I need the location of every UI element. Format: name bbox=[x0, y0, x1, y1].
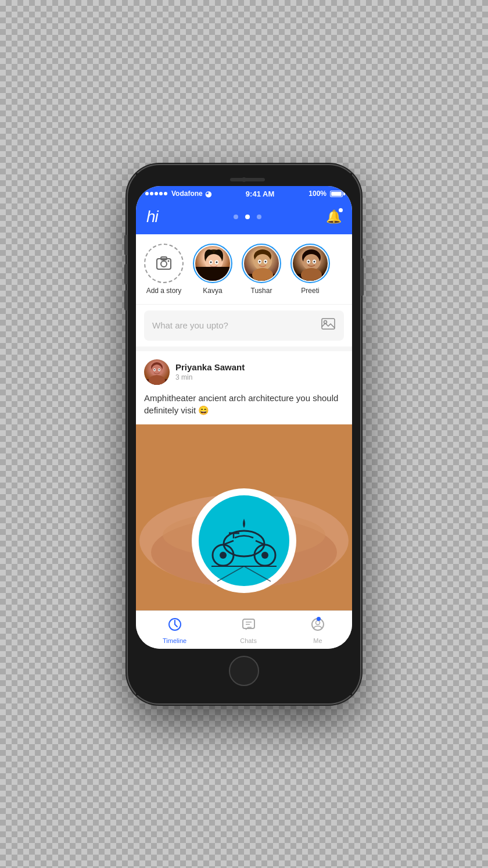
story-avatar-preeti[interactable] bbox=[290, 244, 330, 283]
chats-icon bbox=[241, 617, 256, 635]
image-icon-svg bbox=[321, 316, 336, 331]
signal-dot-5 bbox=[164, 192, 167, 195]
svg-point-68 bbox=[315, 620, 320, 624]
camera-dot bbox=[242, 177, 246, 182]
add-story-label: Add a story bbox=[146, 287, 182, 295]
svg-point-29 bbox=[308, 260, 310, 262]
svg-rect-13 bbox=[195, 274, 230, 281]
svg-point-11 bbox=[210, 261, 212, 263]
signal-dot-3 bbox=[155, 192, 158, 195]
signal-dot-1 bbox=[145, 192, 149, 195]
chats-icon-svg bbox=[241, 617, 256, 632]
svg-point-3 bbox=[168, 260, 170, 262]
stories-section: Add a story bbox=[136, 234, 352, 305]
home-button[interactable] bbox=[229, 656, 259, 686]
svg-point-30 bbox=[314, 260, 315, 262]
story-label-tushar: Tushar bbox=[251, 287, 272, 295]
carrier-name: Vodafone bbox=[171, 190, 203, 198]
tushar-face-svg bbox=[244, 246, 279, 281]
svg-point-21 bbox=[265, 260, 267, 262]
nav-label-timeline: Timeline bbox=[163, 637, 186, 644]
timeline-icon-svg bbox=[167, 617, 182, 632]
svg-point-20 bbox=[259, 260, 261, 262]
svg-point-43 bbox=[149, 375, 165, 385]
header-dot-1 bbox=[234, 215, 238, 219]
phone-frame: Vodafone ◕ 9:41 AM 100% hi bbox=[128, 165, 360, 703]
nav-label-chats: Chats bbox=[240, 637, 257, 644]
avatar-tushar bbox=[244, 246, 279, 281]
me-notification-dot bbox=[317, 617, 321, 621]
svg-rect-33 bbox=[322, 319, 335, 329]
post-image bbox=[136, 424, 352, 610]
nav-item-timeline[interactable]: Timeline bbox=[163, 617, 186, 644]
post-text-content: Amphitheater ancient arch architecture y… bbox=[144, 393, 338, 415]
story-item-preeti[interactable]: Preeti bbox=[290, 244, 330, 295]
poster-name: Priyanka Sawant bbox=[175, 362, 245, 372]
camera-icon bbox=[155, 255, 173, 272]
battery-fill bbox=[331, 192, 342, 196]
poster-avatar[interactable] bbox=[144, 359, 170, 385]
post-input-box[interactable]: What are you upto? bbox=[144, 310, 344, 341]
story-label-kavya: Kavya bbox=[203, 287, 222, 295]
story-avatar-tushar[interactable] bbox=[242, 244, 281, 283]
nav-label-me: Me bbox=[313, 637, 322, 644]
bell-notification-dot bbox=[339, 208, 343, 212]
post-text: Amphitheater ancient arch architecture y… bbox=[136, 391, 352, 424]
kavya-face-svg bbox=[195, 246, 230, 281]
preeti-face-svg bbox=[293, 246, 328, 281]
story-avatar-kavya[interactable] bbox=[193, 244, 232, 283]
story-item-kavya[interactable]: Kavya bbox=[193, 244, 232, 295]
post-input-section: What are you upto? bbox=[136, 305, 352, 351]
svg-point-41 bbox=[159, 369, 160, 370]
app-header: hi 🔔 bbox=[136, 202, 352, 234]
svg-point-12 bbox=[216, 261, 218, 263]
svg-point-40 bbox=[154, 369, 155, 370]
add-story-avatar[interactable] bbox=[144, 244, 184, 283]
status-time: 9:41 AM bbox=[246, 190, 274, 198]
svg-point-52 bbox=[220, 552, 227, 559]
svg-point-23 bbox=[252, 268, 273, 281]
screen-content: Vodafone ◕ 9:41 AM 100% hi bbox=[136, 186, 352, 649]
post-image-svg bbox=[136, 424, 352, 610]
phone-top-bar bbox=[136, 173, 352, 186]
speaker bbox=[230, 178, 265, 181]
header-dot-3 bbox=[257, 215, 261, 219]
nav-item-me[interactable]: Me bbox=[310, 617, 325, 644]
signal-dot-4 bbox=[159, 192, 163, 195]
svg-point-17 bbox=[254, 254, 271, 270]
bottom-nav: Timeline Chats bbox=[136, 610, 352, 649]
svg-point-49 bbox=[199, 495, 289, 586]
story-item-tushar[interactable]: Tushar bbox=[242, 244, 281, 295]
story-label-preeti: Preeti bbox=[301, 287, 319, 295]
post-time: 3 min bbox=[175, 373, 245, 381]
signal-dots bbox=[145, 192, 167, 195]
post-header: Priyanka Sawant 3 min bbox=[136, 351, 352, 391]
priyanka-avatar-svg bbox=[144, 359, 170, 385]
status-right: 100% bbox=[308, 190, 343, 198]
status-bar: Vodafone ◕ 9:41 AM 100% bbox=[136, 186, 352, 202]
svg-point-54 bbox=[261, 552, 268, 559]
bell-button[interactable]: 🔔 bbox=[326, 209, 342, 224]
svg-point-14 bbox=[203, 268, 224, 281]
phone-screen: Vodafone ◕ 9:41 AM 100% hi bbox=[136, 186, 352, 649]
wifi-icon: ◕ bbox=[205, 190, 211, 198]
avatar-preeti bbox=[293, 246, 328, 281]
app-logo: hi bbox=[146, 208, 158, 226]
poster-info: Priyanka Sawant 3 min bbox=[175, 362, 245, 381]
feed-post: Priyanka Sawant 3 min Amphitheater ancie… bbox=[136, 351, 352, 610]
battery-body bbox=[330, 191, 343, 197]
avatar-kavya bbox=[195, 246, 230, 281]
svg-point-1 bbox=[161, 261, 167, 267]
svg-point-32 bbox=[301, 268, 322, 281]
image-upload-icon[interactable] bbox=[321, 316, 336, 335]
signal-dot-2 bbox=[150, 192, 153, 195]
add-story-item[interactable]: Add a story bbox=[144, 244, 184, 295]
post-input-placeholder[interactable]: What are you upto? bbox=[152, 320, 315, 330]
nav-item-chats[interactable]: Chats bbox=[240, 617, 257, 644]
svg-point-26 bbox=[303, 254, 320, 270]
battery-icon bbox=[330, 191, 343, 197]
timeline-icon bbox=[167, 617, 182, 635]
phone-home-area bbox=[136, 649, 352, 695]
svg-point-8 bbox=[206, 254, 222, 270]
status-left: Vodafone ◕ bbox=[145, 190, 211, 198]
